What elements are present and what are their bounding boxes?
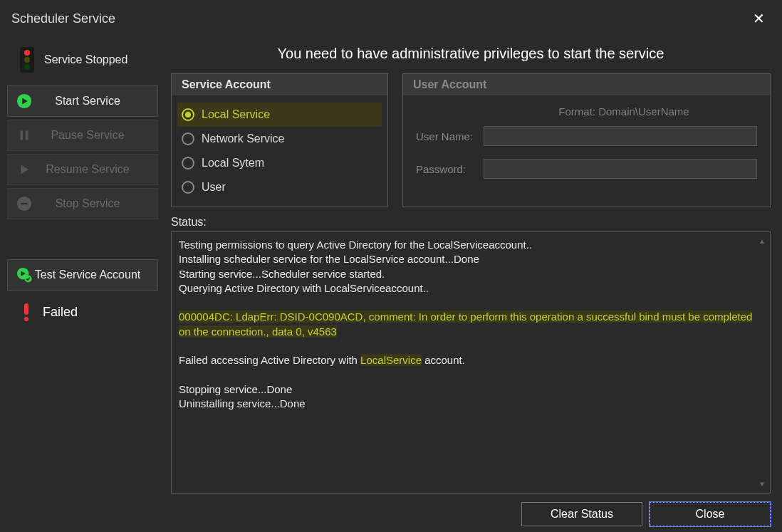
username-format-hint: Format: Domain\UserName [491, 105, 757, 118]
svg-point-11 [24, 317, 28, 321]
password-label: Password: [416, 163, 484, 175]
status-error-line: 000004DC: LdapErr: DSID-0C090ACD, commen… [179, 311, 752, 337]
window-title: Scheduler Service [11, 11, 115, 26]
admin-privileges-message: You need to have administrative privileg… [171, 46, 771, 62]
pause-service-label: Pause Service [26, 129, 149, 142]
service-state: Service Stopped [7, 43, 158, 83]
radio-user-label: User [202, 181, 226, 194]
radio-local-system[interactable]: Local Sytem [177, 151, 382, 175]
radio-icon [182, 181, 194, 194]
test-service-account-label: Test Service Account [26, 268, 149, 281]
status-line: Starting service...Scheduler service sta… [179, 267, 763, 281]
radio-icon [182, 132, 194, 145]
resume-service-button: Resume Service [7, 154, 158, 185]
radio-network-service[interactable]: Network Service [177, 127, 382, 151]
test-service-account-button[interactable]: Test Service Account [7, 259, 158, 291]
service-state-label: Service Stopped [44, 53, 127, 66]
radio-local-service-label: Local Service [202, 108, 270, 121]
exclamation-icon [21, 302, 31, 322]
svg-rect-2 [21, 131, 24, 140]
service-account-header: Service Account [172, 74, 387, 95]
radio-icon [182, 157, 194, 169]
username-input[interactable] [484, 126, 757, 146]
user-account-header: User Account [403, 74, 770, 95]
radio-network-service-label: Network Service [202, 132, 284, 145]
stop-service-label: Stop Service [26, 197, 149, 210]
radio-icon [182, 108, 194, 121]
highlighted-account: LocalService [360, 354, 422, 366]
start-service-label: Start Service [26, 95, 149, 108]
username-label: User Name: [416, 130, 484, 142]
service-account-panel: Service Account Local Service Network Se… [171, 73, 388, 207]
radio-local-system-label: Local Sytem [202, 157, 264, 169]
stop-service-button: Stop Service [7, 188, 158, 219]
radio-user[interactable]: User [177, 175, 382, 199]
password-input[interactable] [484, 159, 757, 179]
status-line: Failed accessing Active Directory with L… [179, 353, 763, 367]
resume-service-label: Resume Service [26, 163, 149, 176]
pause-service-button: Pause Service [7, 120, 158, 151]
svg-rect-10 [24, 303, 28, 315]
start-service-button[interactable]: Start Service [7, 85, 158, 117]
status-line: Uninstalling service...Done [179, 397, 763, 411]
status-line: Testing permissions to query Active Dire… [179, 238, 763, 252]
status-label: Status: [171, 216, 771, 229]
close-button[interactable]: Close [650, 502, 771, 526]
clear-status-button[interactable]: Clear Status [521, 502, 642, 526]
traffic-light-icon [20, 47, 34, 73]
scroll-down-icon: ▼ [758, 479, 766, 489]
status-line: Querying Active Directory with LocalServ… [179, 281, 763, 296]
test-result: Failed [7, 293, 158, 330]
user-account-panel: User Account Format: Domain\UserName Use… [402, 73, 771, 207]
close-icon[interactable]: ✕ [747, 7, 771, 30]
status-line: Installing scheduler service for the Loc… [179, 252, 763, 266]
radio-local-service[interactable]: Local Service [177, 103, 382, 127]
status-output[interactable]: ▲ Testing permissions to query Active Di… [171, 231, 771, 494]
test-result-label: Failed [43, 305, 78, 320]
scroll-up-icon: ▲ [758, 236, 766, 246]
status-line: Stopping service...Done [179, 382, 763, 397]
